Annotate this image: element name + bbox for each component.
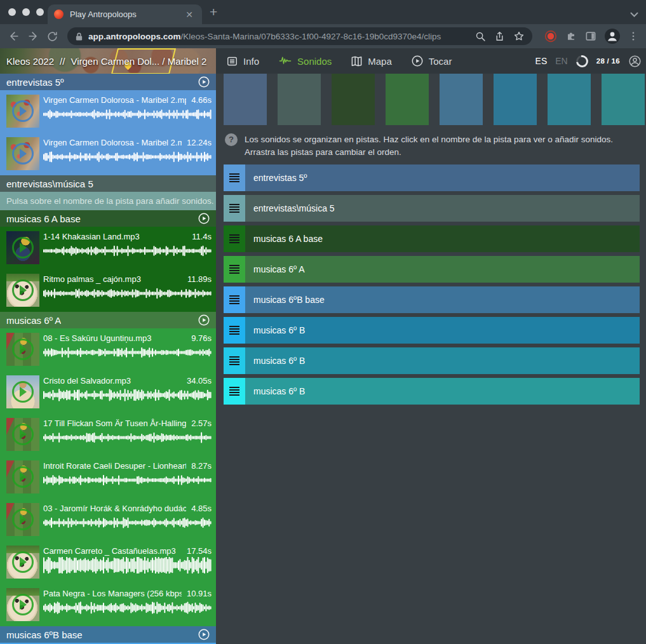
- drag-handle[interactable]: [224, 317, 245, 344]
- lang-en-button[interactable]: EN: [555, 56, 567, 66]
- new-tab-button[interactable]: +: [210, 5, 217, 18]
- track-row-body[interactable]: musicas 6º B: [245, 317, 640, 344]
- track-color-swatch[interactable]: [386, 74, 429, 125]
- clip-thumbnail[interactable]: [6, 546, 39, 579]
- drag-handle[interactable]: [224, 378, 245, 405]
- track-row-body[interactable]: musicas 6ºB base: [245, 286, 640, 313]
- clip-thumbnail[interactable]: [6, 333, 39, 366]
- clip-item[interactable]: Virgen Carmen Dolorosa - Maribel 2.mp34.…: [0, 90, 216, 133]
- track-row-body[interactable]: musicas 6º B: [245, 347, 640, 374]
- track-row-body[interactable]: entrevistas 5º: [245, 164, 640, 191]
- play-track-button[interactable]: [198, 314, 210, 326]
- track-row-body[interactable]: musicas 6 A base: [245, 225, 640, 252]
- clip-waveform: [43, 600, 212, 616]
- track-row-body[interactable]: musicas 6º B: [245, 378, 640, 405]
- clip-counter: 28 / 16: [596, 57, 620, 65]
- clip-thumbnail[interactable]: [6, 588, 39, 621]
- clip-item[interactable]: Virgen Carmen Dolorosa - Maribel 2.mp312…: [0, 133, 216, 175]
- back-icon[interactable]: [6, 29, 22, 44]
- clip-thumbnail[interactable]: [6, 375, 39, 408]
- track-row[interactable]: entrevistas\música 5: [224, 195, 640, 222]
- track-row[interactable]: musicas 6º B: [224, 317, 640, 344]
- reload-icon[interactable]: [44, 29, 60, 44]
- drag-handle[interactable]: [224, 256, 245, 283]
- drag-handle[interactable]: [224, 164, 245, 191]
- play-track-button[interactable]: [198, 212, 210, 225]
- track-row[interactable]: musicas 6ºB base: [224, 286, 640, 313]
- clip-thumbnail[interactable]: [6, 95, 39, 128]
- track-row[interactable]: musicas 6º A: [224, 256, 640, 283]
- clip-thumbnail[interactable]: [6, 137, 39, 170]
- minimize-window-button[interactable]: [22, 8, 30, 16]
- play-track-button[interactable]: [198, 628, 210, 641]
- browser-tab[interactable]: Play Antropoloops ✕: [48, 4, 202, 24]
- bookmark-star-icon[interactable]: [513, 30, 525, 42]
- profile-avatar-icon[interactable]: [604, 28, 621, 44]
- clip-thumbnail[interactable]: [6, 274, 39, 307]
- clip-name: Virgen Carmen Dolorosa - Maribel 2.mp3: [43, 138, 182, 147]
- nav-item-tocar[interactable]: Tocar: [411, 55, 452, 67]
- track-section-header[interactable]: musicas 6ºB base: [0, 626, 216, 643]
- extensions-puzzle-icon[interactable]: [565, 30, 577, 43]
- clip-item[interactable]: 17 Till Flickan Som Är Tusen År-Halling …: [0, 413, 216, 456]
- drag-handle[interactable]: [224, 347, 245, 374]
- clip-info-row: Pata Negra - Los Managers (256 kbps).mp3…: [43, 589, 212, 598]
- tab-close-icon[interactable]: ✕: [183, 9, 196, 20]
- track-section-header[interactable]: entrevistas 5º: [0, 74, 216, 90]
- track-color-swatch[interactable]: [278, 74, 321, 125]
- play-track-button[interactable]: [198, 76, 210, 88]
- address-bar[interactable]: app.antropoloops.com/Kleos-Santa-Marina/…: [67, 27, 532, 45]
- nav-item-mapa[interactable]: Mapa: [351, 55, 392, 67]
- forward-icon[interactable]: [25, 29, 41, 44]
- maximize-window-button[interactable]: [36, 8, 44, 16]
- track-row-body[interactable]: musicas 6º A: [245, 256, 640, 283]
- track-section-header[interactable]: entrevistas\música 5: [0, 175, 216, 192]
- drag-handle[interactable]: [224, 225, 245, 252]
- account-icon[interactable]: [628, 55, 642, 68]
- clip-item[interactable]: Cristo del Salvador.mp334.05s: [0, 371, 216, 413]
- nav-item-sonidos[interactable]: Sonidos: [278, 55, 332, 67]
- track-section-header[interactable]: musicas 6º A: [0, 312, 216, 328]
- help-banner: ? Los sonidos se organizan en pistas. Ha…: [225, 133, 638, 159]
- drag-handle[interactable]: [224, 286, 245, 313]
- track-row-body[interactable]: entrevistas\música 5: [245, 195, 640, 222]
- clip-thumbnail[interactable]: [6, 503, 39, 536]
- clip-item[interactable]: Pata Negra - Los Managers (256 kbps).mp3…: [0, 584, 216, 626]
- clip-thumbnail[interactable]: [6, 231, 39, 264]
- close-window-button[interactable]: [8, 8, 16, 16]
- track-color-swatch[interactable]: [548, 74, 591, 125]
- record-icon[interactable]: [544, 29, 558, 43]
- nav-item-info[interactable]: Info: [226, 55, 259, 67]
- drag-handle[interactable]: [224, 195, 245, 222]
- breadcrumb-project[interactable]: Kleos 2022: [6, 56, 54, 67]
- lang-es-button[interactable]: ES: [535, 56, 548, 66]
- side-panel-icon[interactable]: [584, 30, 597, 43]
- track-color-swatch[interactable]: [224, 74, 267, 125]
- clip-thumbnail[interactable]: [6, 460, 39, 493]
- menu-dots-icon[interactable]: [628, 30, 639, 42]
- empty-track-hint: Pulsa sobre el nombre de la pista para a…: [0, 192, 216, 210]
- breadcrumb-separator: //: [60, 56, 65, 67]
- sidebar: entrevistas 5ºVirgen Carmen Dolorosa - M…: [0, 74, 216, 644]
- clip-item[interactable]: 03 - Jaromír Horák & Konrádyho dudácká .…: [0, 499, 216, 541]
- waveform-icon: [278, 55, 292, 67]
- zoom-search-icon[interactable]: [475, 31, 486, 42]
- clip-item[interactable]: Introit Rorate Caeli Desuper - Lionheart…: [0, 456, 216, 499]
- track-row[interactable]: musicas 6º B: [224, 378, 640, 405]
- track-row[interactable]: musicas 6º B: [224, 347, 640, 374]
- track-color-swatch[interactable]: [332, 74, 375, 125]
- share-icon[interactable]: [494, 31, 505, 42]
- track-color-swatch[interactable]: [494, 74, 537, 125]
- track-row[interactable]: musicas 6 A base: [224, 225, 640, 252]
- clip-thumbnail[interactable]: [6, 418, 39, 451]
- clip-item[interactable]: Ritmo palmas _ cajón.mp311.89s: [0, 269, 216, 312]
- clip-item[interactable]: 1-14 Khakasian Land.mp311.4s: [0, 227, 216, 269]
- clip-name: 1-14 Khakasian Land.mp3: [43, 232, 140, 241]
- track-row[interactable]: entrevistas 5º: [224, 164, 640, 191]
- clip-item[interactable]: Carmen Carreto _ Castañuelas.mp317.54s: [0, 541, 216, 584]
- track-color-swatch[interactable]: [440, 74, 483, 125]
- tab-search-chevron-icon[interactable]: [630, 9, 638, 20]
- track-section-header[interactable]: musicas 6 A base: [0, 210, 216, 227]
- track-color-swatch[interactable]: [602, 74, 645, 125]
- clip-item[interactable]: 08 - Es Sakūru Uguntiņu.mp39.76s: [0, 328, 216, 371]
